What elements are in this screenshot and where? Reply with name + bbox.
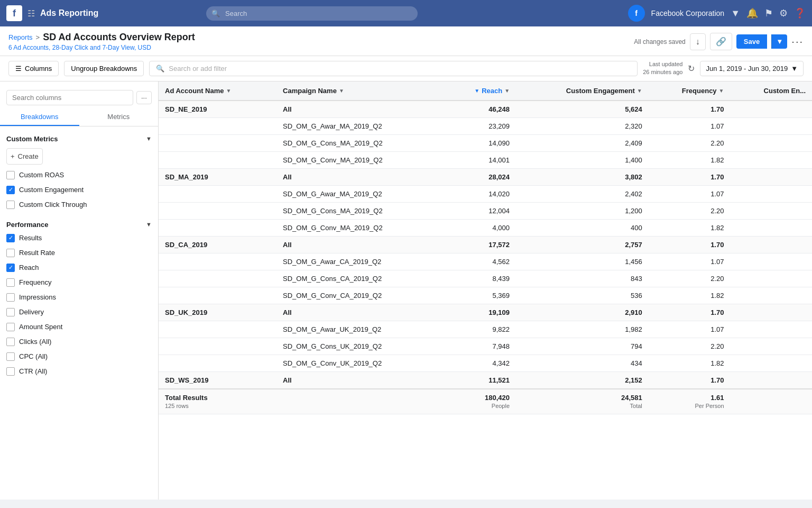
custom-click-through-item[interactable]: Custom Click Through xyxy=(0,197,158,212)
reach-item[interactable]: ✓ Reach xyxy=(0,260,158,275)
page-title: SD Ad Accounts Overview Report xyxy=(43,32,195,43)
delivery-label: Delivery xyxy=(19,308,44,316)
custom-engagement-item[interactable]: ✓ Custom Engagement xyxy=(0,183,158,197)
filter-bar[interactable]: 🔍 Search or add filter xyxy=(149,61,638,76)
table-cell-0 xyxy=(159,355,276,371)
results-checkbox[interactable]: ✓ xyxy=(6,234,15,242)
delivery-item[interactable]: Delivery xyxy=(0,305,158,320)
custom-engagement-label: Custom Engagement xyxy=(19,186,84,194)
custom-roas-item[interactable]: Custom ROAS xyxy=(0,168,158,183)
ctr-all-item[interactable]: CTR (All) xyxy=(0,364,158,379)
date-range-picker[interactable]: Jun 1, 2019 - Jun 30, 2019 ▼ xyxy=(700,61,804,76)
amount-spent-checkbox[interactable] xyxy=(6,323,15,331)
table-cell-0 xyxy=(159,151,276,168)
chevron-down-icon[interactable]: ▼ xyxy=(731,8,740,19)
custom-roas-checkbox[interactable] xyxy=(6,171,15,179)
col-account-dropdown-icon[interactable]: ▼ xyxy=(226,88,231,94)
table-row: SD_OM_G_Awar_MA_2019_Q214,0202,4021.07 xyxy=(159,185,812,202)
clicks-all-checkbox[interactable] xyxy=(6,338,15,346)
data-table: Ad Account Name ▼ Campaign Name ▼ ▼ xyxy=(159,81,812,414)
col-header-account[interactable]: Ad Account Name ▼ xyxy=(159,81,276,101)
table-cell-3: 2,910 xyxy=(516,304,649,321)
filter-placeholder: Search or add filter xyxy=(169,65,227,72)
col-header-frequency[interactable]: Frequency ▼ xyxy=(649,81,731,101)
save-dropdown-button[interactable]: ▼ xyxy=(771,34,787,49)
results-item[interactable]: ✓ Results xyxy=(0,231,158,246)
flag-icon[interactable]: ⚑ xyxy=(764,7,773,19)
columns-button[interactable]: ☰ Columns xyxy=(8,61,59,76)
nav-search-bar[interactable]: 🔍 xyxy=(206,6,418,21)
more-options-button[interactable]: ··· xyxy=(791,35,804,48)
col-frequency-dropdown-icon[interactable]: ▼ xyxy=(719,88,724,94)
grid-icon[interactable]: ☷ xyxy=(27,8,35,19)
create-custom-metric-button[interactable]: + Create xyxy=(6,148,43,165)
col-header-engagement[interactable]: Custom Engagement ▼ xyxy=(516,81,649,101)
table-cell-3: 5,624 xyxy=(516,101,649,118)
ctr-all-checkbox[interactable] xyxy=(6,367,15,376)
reach-checkbox[interactable]: ✓ xyxy=(6,264,15,272)
table-cell-0 xyxy=(159,338,276,355)
impressions-checkbox[interactable] xyxy=(6,293,15,302)
left-panel-more-button[interactable]: ··· xyxy=(136,91,152,104)
delivery-checkbox[interactable] xyxy=(6,308,15,316)
table-row: SD_OM_G_Awar_MA_2019_Q223,2092,3201.07 xyxy=(159,117,812,134)
table-row: SD_OM_G_Conv_UK_2019_Q24,3424341.82 xyxy=(159,355,812,371)
result-rate-checkbox[interactable] xyxy=(6,249,15,257)
tab-breakdowns[interactable]: Breakdowns xyxy=(0,108,79,126)
nav-right-section: f Facebook Corporation ▼ 🔔 ⚑ ⚙ ❓ xyxy=(628,5,806,22)
table-cell-5 xyxy=(731,151,812,168)
col-header-campaign[interactable]: Campaign Name ▼ xyxy=(276,81,444,101)
table-cell-2: 46,248 xyxy=(444,101,516,118)
table-cell-4: 2.20 xyxy=(649,134,731,151)
bell-icon[interactable]: 🔔 xyxy=(746,7,758,19)
frequency-item[interactable]: Frequency xyxy=(0,275,158,290)
reports-link[interactable]: Reports xyxy=(8,33,33,41)
table-cell-4: 1.70 xyxy=(649,168,731,185)
impressions-item[interactable]: Impressions xyxy=(0,290,158,305)
col-custom-en-label: Custom En... xyxy=(764,87,806,95)
all-changes-saved: All changes saved xyxy=(634,38,685,46)
refresh-button[interactable]: ↻ xyxy=(688,64,695,74)
cpc-all-item[interactable]: CPC (All) xyxy=(0,349,158,364)
custom-engagement-checkbox[interactable]: ✓ xyxy=(6,186,15,194)
download-button[interactable]: ↓ xyxy=(690,33,706,50)
custom-metrics-section-header[interactable]: Custom Metrics ▼ xyxy=(0,131,158,145)
table-cell-5 xyxy=(731,338,812,355)
performance-section-header[interactable]: Performance ▼ xyxy=(0,216,158,231)
table-cell-1: SD_OM_G_Cons_MA_2019_Q2 xyxy=(276,134,444,151)
toolbar: ☰ Columns Ungroup Breakdowns 🔍 Search or… xyxy=(0,56,812,81)
col-header-custom-en[interactable]: Custom En... xyxy=(731,81,812,101)
amount-spent-item[interactable]: Amount Spent xyxy=(0,320,158,334)
table-row: SD_OM_G_Conv_CA_2019_Q25,3695361.82 xyxy=(159,287,812,304)
table-cell-4: 2.20 xyxy=(649,202,731,219)
table-cell-2: 8,439 xyxy=(444,270,516,287)
table-cell-2: 28,024 xyxy=(444,168,516,185)
custom-click-through-checkbox[interactable] xyxy=(6,201,15,209)
col-engagement-dropdown-icon[interactable]: ▼ xyxy=(637,88,642,94)
table-cell-4: 1.07 xyxy=(649,117,731,134)
nav-search-input[interactable] xyxy=(206,6,418,21)
col-reach-dropdown-icon[interactable]: ▼ xyxy=(504,88,510,94)
search-columns-input[interactable] xyxy=(6,90,133,105)
col-header-reach[interactable]: ▼ Reach ▼ xyxy=(444,81,516,101)
table-cell-4: 1.82 xyxy=(649,151,731,168)
help-icon[interactable]: ❓ xyxy=(794,7,806,19)
cpc-all-checkbox[interactable] xyxy=(6,352,15,361)
table-row: SD_OM_G_Awar_CA_2019_Q24,5621,4561.07 xyxy=(159,253,812,270)
clicks-all-item[interactable]: Clicks (All) xyxy=(0,334,158,349)
table-cell-5 xyxy=(731,287,812,304)
gear-icon[interactable]: ⚙ xyxy=(779,7,788,19)
result-rate-item[interactable]: Result Rate xyxy=(0,246,158,260)
table-cell-4: 1.07 xyxy=(649,321,731,338)
table-cell-3: 536 xyxy=(516,287,649,304)
tab-metrics[interactable]: Metrics xyxy=(79,108,159,126)
ungroup-breakdowns-button[interactable]: Ungroup Breakdowns xyxy=(64,61,144,76)
save-button[interactable]: Save xyxy=(736,34,767,49)
table-cell-2: 7,948 xyxy=(444,338,516,355)
link-button[interactable]: 🔗 xyxy=(710,33,732,50)
col-campaign-dropdown-icon[interactable]: ▼ xyxy=(339,88,344,94)
total-cell-4: 1.61Per Person xyxy=(649,389,731,414)
custom-metrics-label: Custom Metrics xyxy=(6,135,58,143)
col-engagement-label: Custom Engagement xyxy=(566,87,635,95)
frequency-checkbox[interactable] xyxy=(6,278,15,287)
